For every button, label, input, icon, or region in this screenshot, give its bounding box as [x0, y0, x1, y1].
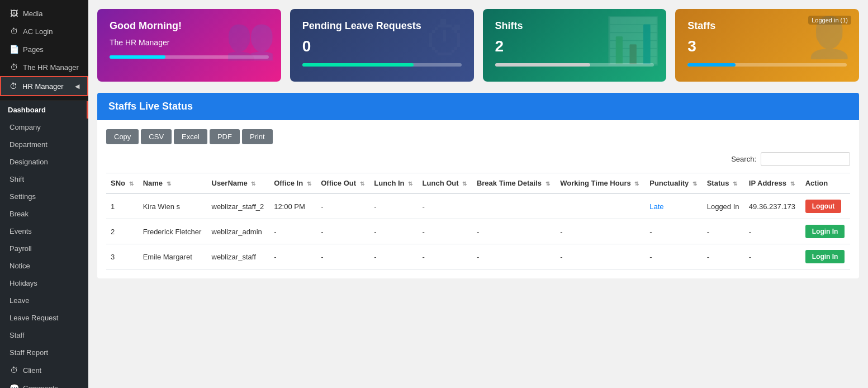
- sort-icon-username: ⇅: [251, 181, 255, 187]
- sidebar-item-leave-request[interactable]: Leave Request: [0, 309, 88, 327]
- cell-lunch-out: -: [418, 193, 472, 219]
- cell-office-out: -: [316, 244, 369, 269]
- greeting-card: 👥 Good Morning! The HR Manager: [97, 9, 281, 82]
- cell-sno: 2: [106, 219, 139, 244]
- pdf-button[interactable]: PDF: [210, 129, 240, 144]
- table-row: 2 Frederick Fletcher weblizar_admin - - …: [106, 219, 850, 244]
- sidebar-item-department[interactable]: Department: [0, 136, 88, 153]
- shifts-card: 📊 Shifts 2: [483, 9, 667, 82]
- sidebar-item-label: Leave: [10, 296, 29, 305]
- cell-working-hours: -: [556, 244, 645, 269]
- cell-working-hours: [556, 193, 645, 219]
- client-icon: ⏱: [10, 366, 18, 375]
- staffs-progress-bar: [687, 63, 847, 67]
- live-status-section: Staffs Live Status Copy CSV Excel PDF Pr…: [97, 93, 859, 278]
- sidebar-item-ac-login[interactable]: ⏱ AC Login: [0, 22, 88, 40]
- sidebar-top: 🖼 Media ⏱ AC Login 📄 Pages ⏱ The HR Mana…: [0, 0, 88, 101]
- col-action: Action: [801, 173, 850, 194]
- sidebar-item-holidays[interactable]: Holidays: [0, 275, 88, 292]
- dashboard-label[interactable]: Dashboard: [0, 101, 88, 119]
- col-punctuality: Punctuality ⇅: [645, 173, 702, 194]
- sort-icon-break: ⇅: [546, 181, 550, 187]
- live-status-table: SNo ⇅ Name ⇅ UserName ⇅ Office In ⇅ Offi…: [106, 173, 850, 269]
- print-button[interactable]: Print: [242, 129, 273, 144]
- cell-action: Login In: [801, 219, 850, 244]
- col-office-out: Office Out ⇅: [316, 173, 369, 194]
- sidebar-item-pages[interactable]: 📄 Pages: [0, 40, 88, 58]
- cell-ip: 49.36.237.173: [744, 193, 801, 219]
- table-row: 3 Emile Margaret weblizar_staff - - - - …: [106, 244, 850, 269]
- table-header-row: SNo ⇅ Name ⇅ UserName ⇅ Office In ⇅ Offi…: [106, 173, 850, 194]
- card-decorative-icon: 👥: [225, 15, 276, 62]
- sidebar-item-media[interactable]: 🖼 Media: [0, 4, 88, 22]
- staffs-badge: Logged in (1): [808, 16, 851, 25]
- sidebar-item-client[interactable]: ⏱ Client: [0, 361, 88, 379]
- leave-decorative-icon: ⏱: [424, 15, 468, 66]
- sidebar-item-events[interactable]: Events: [0, 223, 88, 240]
- sort-icon-status: ⇅: [733, 181, 737, 187]
- sidebar-item-break[interactable]: Break: [0, 205, 88, 223]
- login-button[interactable]: Login In: [805, 250, 845, 263]
- sidebar-item-hr-manager[interactable]: ⏱ HR Manager ◀: [0, 76, 88, 96]
- logout-button[interactable]: Logout: [805, 200, 842, 213]
- staffs-progress-fill: [687, 63, 735, 67]
- login-button[interactable]: Login In: [805, 225, 845, 238]
- search-row: Search:: [106, 152, 850, 166]
- sidebar-item-notice[interactable]: Notice: [0, 257, 88, 275]
- cell-name: Kira Wien s: [139, 193, 207, 219]
- sidebar-item-label: The HR Manager: [23, 63, 79, 72]
- hr-icon: ⏱: [9, 82, 18, 91]
- sidebar-item-label: Pages: [23, 45, 44, 54]
- sort-icon-office-in: ⇅: [307, 181, 311, 187]
- chevron-icon: ◀: [75, 83, 79, 90]
- sidebar-item-label: Payroll: [10, 244, 32, 253]
- table-body: 1 Kira Wien s weblizar_staff_2 12:00 PM …: [106, 193, 850, 269]
- cell-username: weblizar_staff: [207, 244, 270, 269]
- cell-punctuality: -: [645, 244, 702, 269]
- copy-button[interactable]: Copy: [106, 129, 139, 144]
- sidebar-item-label: Company: [10, 123, 41, 131]
- sort-icon-sno: ⇅: [129, 181, 134, 187]
- sidebar-item-settings[interactable]: Settings: [0, 188, 88, 205]
- sidebar-item-designation[interactable]: Designation: [0, 153, 88, 171]
- sidebar-item-staff[interactable]: Staff: [0, 327, 88, 344]
- sidebar-item-label: Holidays: [10, 279, 37, 287]
- sidebar-item-hr-manager-link[interactable]: ⏱ The HR Manager: [0, 58, 88, 76]
- sidebar-item-label: Settings: [10, 192, 36, 201]
- cell-office-out: -: [316, 219, 369, 244]
- table-container: Copy CSV Excel PDF Print Search: SNo ⇅ N…: [97, 120, 859, 278]
- sidebar-item-staff-report[interactable]: Staff Report: [0, 344, 88, 361]
- sidebar-item-company[interactable]: Company: [0, 119, 88, 136]
- sidebar-item-comments[interactable]: 💬 Comments: [0, 379, 88, 388]
- cell-status: -: [703, 219, 744, 244]
- export-buttons-row: Copy CSV Excel PDF Print: [106, 129, 850, 144]
- sidebar-item-label: AC Login: [23, 27, 53, 36]
- cell-lunch-in: -: [369, 244, 418, 269]
- col-break-time: Break Time Details ⇅: [472, 173, 556, 194]
- sidebar-item-label: Events: [10, 227, 32, 235]
- cell-name: Frederick Fletcher: [139, 219, 207, 244]
- cell-office-in: 12:00 PM: [269, 193, 316, 219]
- sidebar-item-label: Staff Report: [10, 348, 48, 357]
- sort-icon-office-out: ⇅: [360, 181, 364, 187]
- sidebar-item-payroll[interactable]: Payroll: [0, 240, 88, 257]
- live-status-title: Staffs Live Status: [108, 101, 193, 112]
- cell-ip: -: [744, 219, 801, 244]
- staffs-card: 👤 Staffs 3 Logged in (1): [675, 9, 859, 82]
- csv-button[interactable]: CSV: [141, 129, 172, 144]
- search-label: Search:: [731, 155, 756, 163]
- sort-icon-lunch-out: ⇅: [462, 181, 467, 187]
- search-input[interactable]: [761, 152, 850, 166]
- cell-lunch-out: -: [418, 219, 472, 244]
- leave-progress-fill: [302, 63, 414, 67]
- cell-office-in: -: [269, 219, 316, 244]
- media-icon: 🖼: [10, 9, 18, 18]
- sidebar-item-shift[interactable]: Shift: [0, 171, 88, 188]
- excel-button[interactable]: Excel: [174, 129, 207, 144]
- sidebar-item-label: Department: [10, 140, 48, 149]
- sidebar-item-leave[interactable]: Leave: [0, 292, 88, 309]
- sort-icon-working: ⇅: [634, 181, 639, 187]
- cell-lunch-out: -: [418, 244, 472, 269]
- shifts-progress-fill: [495, 63, 591, 67]
- comments-icon: 💬: [10, 384, 18, 388]
